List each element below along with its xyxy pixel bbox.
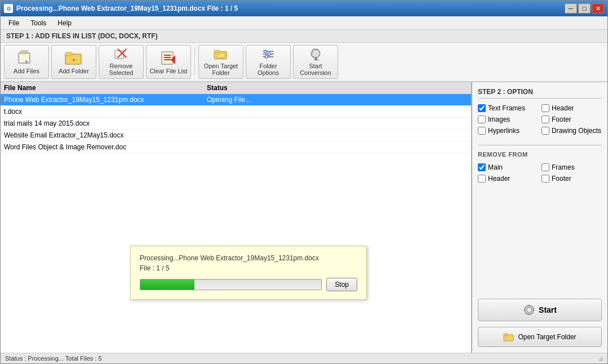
- options-grid: Text Frames Header Images Footer Hyperli…: [478, 104, 602, 135]
- table-row[interactable]: Phone Web Extractor_19May15_1231pm.docx …: [1, 94, 471, 106]
- file-name-cell: Word Files Object & Image Remover.doc: [4, 143, 207, 151]
- checkbox-remove-frames[interactable]: [542, 163, 549, 171]
- main-content: File Name Status Phone Web Extractor_19M…: [1, 82, 607, 353]
- open-target-label: Open Target Folder: [518, 333, 576, 341]
- option-drawing-objects: Drawing Objects: [542, 127, 602, 135]
- right-panel: STEP 2 : OPTION Text Frames Header Image…: [472, 82, 607, 353]
- start-label: Start: [539, 305, 557, 314]
- progress-bar-outer: [140, 279, 322, 290]
- add-files-button[interactable]: + Add Files: [4, 45, 49, 79]
- app-icon-symbol: ⚙: [6, 6, 11, 12]
- folder-open-icon: [212, 48, 230, 60]
- step1-header: STEP 1 : ADD FILES IN LIST (DOC, DOCX, R…: [1, 30, 607, 43]
- svg-text:+: +: [72, 56, 76, 64]
- file-name-cell: trial mails 14 may 2015.docx: [4, 119, 207, 127]
- open-target-folder-button[interactable]: Open Target Folder: [198, 45, 243, 79]
- label-remove-main: Main: [488, 163, 503, 171]
- label-remove-header: Header: [488, 175, 510, 183]
- toolbar-separator: [194, 48, 195, 76]
- option-remove-main: Main: [478, 163, 538, 171]
- window-controls: ─ □ ✕: [565, 3, 604, 14]
- start-gear-icon: [523, 304, 535, 316]
- remove-selected-button[interactable]: Remove Selected: [99, 45, 144, 79]
- file-name-cell: Phone Web Extractor_19May15_1231pm.docx: [4, 96, 207, 104]
- option-images: Images: [478, 116, 538, 123]
- file-status-cell: [207, 119, 468, 127]
- label-remove-footer: Footer: [552, 175, 571, 183]
- start-conversion-button[interactable]: Start Conversion: [293, 45, 338, 79]
- title-bar: ⚙ Processing...Phone Web Extractor_19May…: [1, 1, 607, 16]
- option-remove-footer: Footer: [542, 175, 602, 183]
- folder-icon-right: [503, 332, 514, 342]
- table-row[interactable]: t.docx: [1, 106, 471, 118]
- clear-file-list-button[interactable]: Clear File List: [146, 45, 191, 79]
- checkbox-drawing-objects[interactable]: [542, 127, 549, 135]
- window-title: Processing...Phone Web Extractor_19May15…: [16, 5, 565, 12]
- add-files-icon: +: [17, 50, 35, 65]
- clear-icon: [159, 50, 177, 65]
- close-button[interactable]: ✕: [592, 3, 604, 14]
- menubar: File Tools Help: [1, 16, 607, 30]
- label-remove-frames: Frames: [552, 163, 575, 171]
- main-window: ⚙ Processing...Phone Web Extractor_19May…: [0, 0, 608, 364]
- checkbox-remove-header[interactable]: [478, 175, 486, 183]
- label-text-frames: Text Frames: [488, 104, 525, 112]
- progress-file-count: File : 1 / 5: [140, 264, 357, 272]
- file-table-header: File Name Status: [1, 82, 471, 94]
- svg-rect-6: [115, 51, 124, 59]
- svg-point-22: [265, 55, 268, 58]
- label-drawing-objects: Drawing Objects: [552, 127, 601, 135]
- start-icon: [307, 48, 325, 60]
- checkbox-header[interactable]: [542, 104, 549, 112]
- file-list-panel: File Name Status Phone Web Extractor_19M…: [1, 82, 472, 353]
- option-remove-frames: Frames: [542, 163, 602, 171]
- toolbar: + Add Files + Add Folder Remove Selected: [1, 43, 607, 82]
- stop-button[interactable]: Stop: [326, 278, 357, 291]
- file-status-cell: [207, 143, 468, 151]
- status-bar: Status : Processing... Total Files : 5 ⊿: [1, 353, 607, 363]
- maximize-button[interactable]: □: [578, 3, 591, 14]
- menu-tools[interactable]: Tools: [25, 18, 52, 28]
- progress-processing-text: Processing...Phone Web Extractor_19May15…: [140, 254, 357, 262]
- checkbox-text-frames[interactable]: [478, 104, 486, 112]
- col-header-filename: File Name: [4, 84, 207, 92]
- open-target-folder-right-button[interactable]: Open Target Folder: [478, 327, 602, 347]
- options-icon: [259, 48, 277, 60]
- start-button[interactable]: Start: [478, 299, 602, 321]
- resize-handle-icon: ⊿: [598, 356, 603, 362]
- file-status-cell: Opening File...: [207, 96, 468, 104]
- file-status-cell: [207, 131, 468, 139]
- svg-rect-4: [65, 52, 72, 56]
- table-row[interactable]: Website Email Extractor_12May15.docx: [1, 130, 471, 141]
- status-text: Status : Processing... Total Files : 5: [5, 355, 102, 362]
- file-table-body: Phone Web Extractor_19May15_1231pm.docx …: [1, 94, 471, 353]
- file-status-cell: [207, 108, 468, 116]
- add-folder-icon: +: [65, 50, 83, 65]
- add-folder-button[interactable]: + Add Folder: [51, 45, 96, 79]
- checkbox-remove-footer[interactable]: [542, 175, 549, 183]
- file-table-area: File Name Status Phone Web Extractor_19M…: [1, 82, 471, 353]
- option-text-frames: Text Frames: [478, 104, 538, 112]
- label-header: Header: [552, 104, 574, 112]
- table-row[interactable]: trial mails 14 may 2015.docx: [1, 118, 471, 130]
- minimize-button[interactable]: ─: [565, 3, 577, 14]
- app-icon: ⚙: [4, 4, 13, 13]
- folder-options-button[interactable]: Folder Options: [246, 45, 291, 79]
- remove-icon: [112, 48, 130, 60]
- menu-help[interactable]: Help: [52, 18, 77, 28]
- svg-point-20: [264, 50, 267, 53]
- option-hyperlinks: Hyperlinks: [478, 127, 538, 135]
- svg-rect-1: [21, 51, 28, 54]
- option-remove-header: Header: [478, 175, 538, 183]
- checkbox-remove-main[interactable]: [478, 163, 486, 171]
- progress-bar-container: Stop: [140, 278, 357, 291]
- progress-dialog: Processing...Phone Web Extractor_19May15…: [130, 246, 367, 300]
- menu-file[interactable]: File: [3, 18, 25, 28]
- step2-header: STEP 2 : OPTION: [478, 88, 602, 99]
- checkbox-hyperlinks[interactable]: [478, 127, 486, 135]
- checkbox-images[interactable]: [478, 116, 486, 123]
- file-name-cell: Website Email Extractor_12May15.docx: [4, 131, 207, 139]
- table-row[interactable]: Word Files Object & Image Remover.doc: [1, 141, 471, 153]
- remove-from-header: REMOVE FROM: [478, 151, 602, 158]
- checkbox-footer[interactable]: [542, 116, 549, 123]
